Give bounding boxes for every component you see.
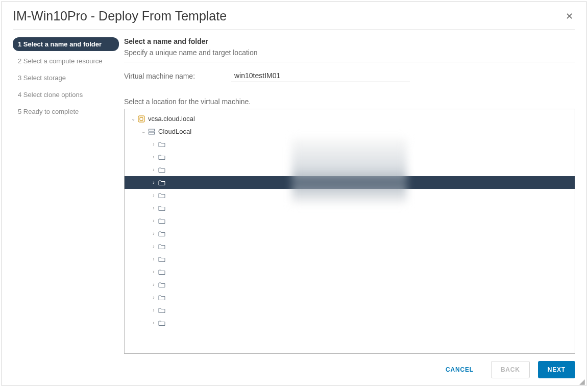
tree-node-folder[interactable]: › — [125, 304, 575, 317]
chevron-right-icon[interactable]: › — [150, 218, 157, 224]
dialog-header: IM-Win10Pro - Deploy From Template ✕ — [2, 2, 586, 27]
step-1-name-folder[interactable]: 1 Select a name and folder — [13, 37, 119, 51]
chevron-right-icon[interactable]: › — [150, 141, 157, 147]
tree-instruction: Select a location for the virtual machin… — [124, 98, 575, 106]
folder-icon — [158, 192, 165, 199]
folder-icon — [158, 294, 165, 301]
folder-icon — [158, 217, 165, 225]
tree-node-label: vcsa.cloud.local — [148, 115, 195, 123]
step-4-clone-options[interactable]: 4 Select clone options — [13, 88, 119, 102]
vm-name-input[interactable] — [231, 69, 410, 82]
chevron-right-icon[interactable]: › — [150, 295, 157, 300]
section-subtitle: Specify a unique name and target locatio… — [124, 49, 575, 57]
tree-node-folder[interactable]: › — [125, 163, 575, 176]
dialog-footer: CANCEL BACK NEXT — [2, 354, 586, 385]
tree-node-folder[interactable]: › — [125, 227, 575, 240]
folder-icon — [158, 320, 165, 327]
chevron-right-icon[interactable]: › — [150, 154, 157, 160]
tree-node-datacenter[interactable]: ⌄ CloudLocal — [125, 125, 575, 138]
tree-node-folder[interactable]: › — [125, 317, 575, 329]
tree-node-folder[interactable]: › — [125, 138, 575, 151]
folder-icon — [158, 179, 165, 186]
chevron-down-icon[interactable]: ⌄ — [130, 116, 137, 122]
tree-node-folder[interactable]: › — [125, 253, 575, 265]
chevron-right-icon[interactable]: › — [150, 167, 157, 173]
folder-icon — [158, 154, 165, 161]
svg-rect-1 — [140, 117, 143, 120]
main-panel: Select a name and folder Specify a uniqu… — [124, 37, 575, 354]
next-button[interactable]: NEXT — [538, 361, 575, 378]
back-button: BACK — [491, 361, 530, 378]
folder-icon — [158, 230, 165, 237]
chevron-right-icon[interactable]: › — [150, 244, 157, 249]
tree-node-folder[interactable]: › — [125, 202, 575, 214]
tree-node-folder[interactable]: › — [125, 265, 575, 278]
section-title: Select a name and folder — [124, 37, 575, 45]
tree-node-folder[interactable]: › — [125, 278, 575, 291]
vm-name-label: Virtual machine name: — [124, 72, 231, 80]
folder-icon — [158, 166, 165, 174]
svg-rect-0 — [138, 116, 144, 122]
dialog-body: 1 Select a name and folder 2 Select a co… — [2, 30, 586, 354]
deploy-template-dialog: IM-Win10Pro - Deploy From Template ✕ 1 S… — [1, 1, 587, 386]
cancel-button[interactable]: CANCEL — [436, 361, 483, 378]
folder-icon — [158, 205, 165, 212]
chevron-right-icon[interactable]: › — [150, 192, 157, 198]
chevron-right-icon[interactable]: › — [150, 282, 157, 287]
chevron-right-icon[interactable]: › — [150, 180, 157, 185]
chevron-down-icon[interactable]: ⌄ — [140, 129, 147, 134]
chevron-right-icon[interactable]: › — [150, 307, 157, 313]
folder-icon — [158, 243, 165, 250]
vm-name-row: Virtual machine name: — [124, 69, 575, 82]
chevron-right-icon[interactable]: › — [150, 231, 157, 236]
chevron-right-icon[interactable]: › — [150, 320, 157, 326]
folder-icon — [158, 256, 165, 263]
folder-icon — [158, 307, 165, 314]
tree-node-label: CloudLocal — [158, 128, 191, 135]
svg-rect-2 — [149, 129, 155, 131]
chevron-right-icon[interactable]: › — [150, 205, 157, 211]
wizard-steps: 1 Select a name and folder 2 Select a co… — [13, 37, 124, 354]
tree-node-vcenter[interactable]: ⌄ vcsa.cloud.local — [125, 112, 575, 125]
close-icon[interactable]: ✕ — [564, 10, 575, 23]
folder-icon — [158, 141, 165, 148]
svg-rect-3 — [149, 132, 155, 134]
tree-node-folder[interactable]: › — [125, 291, 575, 304]
datacenter-icon — [148, 128, 155, 135]
dialog-title: IM-Win10Pro - Deploy From Template — [13, 9, 227, 23]
location-tree[interactable]: ⌄ vcsa.cloud.local ⌄ CloudLocal ››››››››… — [124, 109, 575, 354]
tree-node-folder[interactable]: › — [125, 214, 575, 227]
divider — [124, 62, 575, 62]
folder-icon — [158, 281, 165, 288]
chevron-right-icon[interactable]: › — [150, 256, 157, 262]
tree-node-folder[interactable]: › — [125, 151, 575, 163]
tree-node-folder[interactable]: › — [125, 176, 575, 189]
tree-node-folder[interactable]: › — [125, 189, 575, 202]
step-3-storage[interactable]: 3 Select storage — [13, 71, 119, 85]
folder-icon — [158, 269, 165, 276]
vcenter-icon — [138, 115, 145, 123]
step-5-ready[interactable]: 5 Ready to complete — [13, 105, 119, 118]
chevron-right-icon[interactable]: › — [150, 269, 157, 275]
tree-node-folder[interactable]: › — [125, 240, 575, 253]
step-2-compute-resource[interactable]: 2 Select a compute resource — [13, 54, 119, 68]
